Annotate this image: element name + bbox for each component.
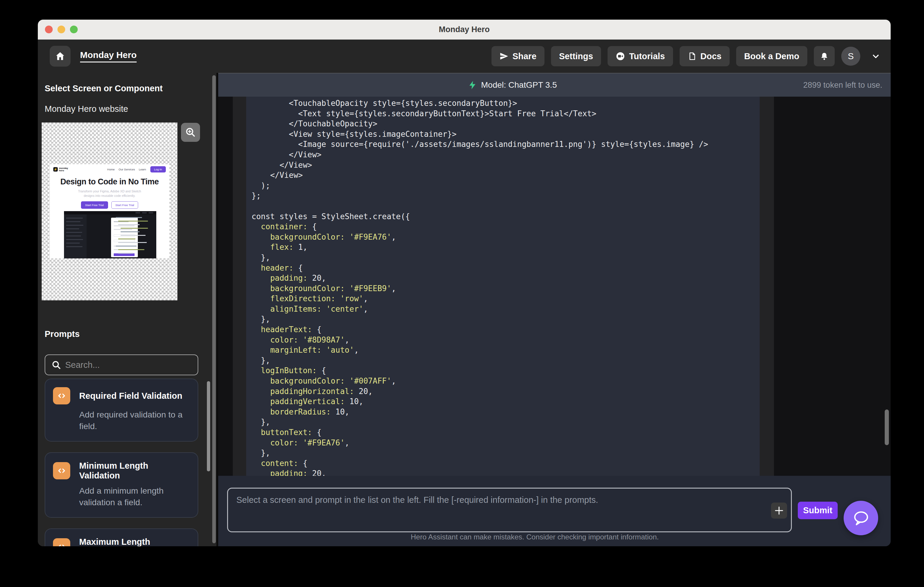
model-label: Model: ChatGPT 3.5 [481,80,557,90]
screen-thumbnail[interactable]: ⚡ monday hero Home Our Services Learn Lo… [42,123,177,300]
thumbnail-secondary-button: Start Free Trial [111,201,139,209]
thumbnail-primary-button: Start Free Trial [81,201,108,209]
code-line: color: '#8D98A7', [252,335,708,345]
chat-assistant-button[interactable] [844,501,878,535]
prompt-search[interactable] [45,354,198,375]
code-line: logInButton: { [252,365,708,376]
generated-code: <TouchableOpacity style={styles.secondar… [252,98,708,476]
home-button[interactable] [50,46,71,67]
code-line: borderRadius: 10, [252,407,708,417]
thumbnail-headline: Design to Code in No Time [50,177,169,186]
prompt-card[interactable]: Maximum Length ValidationAdd a maximum l… [45,528,198,546]
code-line: paddingVertical: 10, [252,396,708,407]
selected-screen-name: Monday Hero website [45,104,128,114]
token-counter: 2899 token left to use. [803,74,882,97]
prompt-card[interactable]: Minimum Length ValidationAdd a minimum l… [45,452,198,518]
nav-actions: Share Settings Tutorials Docs Book a Dem… [492,46,881,66]
code-line: }, [252,355,708,366]
code-line: }, [252,448,708,458]
disclaimer-text: Hero Assistant can make mistakes. Consid… [218,533,851,541]
code-icon [53,462,70,479]
code-line: <Text style={styles.secondaryButtonText}… [252,109,708,119]
code-line: }, [252,314,708,324]
chat-bubble-icon [851,509,870,527]
code-line: </View> [252,170,708,181]
submit-button[interactable]: Submit [798,501,838,519]
prompt-card-description: Add required validation to a field. [79,409,190,432]
code-line: }; [252,191,708,201]
prompt-card-title: Required Field Validation [79,391,182,401]
brand-link[interactable]: Monday Hero [80,50,137,62]
top-nav: Monday Hero Share Settings Tutorials Doc… [38,39,891,73]
code-line: <TouchableOpacity style={styles.secondar… [252,98,708,109]
code-line: backgroundColor: '#F9EEB9', [252,283,708,294]
notifications-button[interactable] [814,46,835,66]
code-line: padding: 20, [252,273,708,283]
prompt-card-description: Add a minimum length validation a field. [79,485,190,508]
code-line: }, [252,417,708,428]
doc-icon [688,52,696,61]
bolt-icon: ⚡ [53,167,58,172]
code-line: <View style={styles.imageContainer}> [252,129,708,140]
code-line: </View> [252,160,708,170]
prompt-input[interactable] [227,488,792,532]
code-line: ); [252,181,708,191]
thumbnail-website-preview: ⚡ monday hero Home Our Services Learn Lo… [50,164,169,258]
thumbnail-login-button: Log In [150,166,166,173]
composer: Submit Hero Assistant can make mistakes.… [218,476,891,546]
docs-button[interactable]: Docs [680,46,729,66]
code-line: container: { [252,222,708,232]
code-line: backgroundColor: '#F9EA76', [252,232,708,242]
code-line: content: { [252,458,708,469]
code-line: paddingHorizontal: 20, [252,386,708,397]
code-icon [53,387,70,404]
avatar[interactable]: S [841,47,860,66]
code-line: flex: 1, [252,242,708,252]
code-region: <TouchableOpacity style={styles.secondar… [218,97,891,476]
thumbnail-subtext: Transform your Figma, Adobe XD and Sketc… [50,189,169,198]
share-button[interactable]: Share [492,46,544,66]
code-icon [53,538,70,546]
tutorials-button[interactable]: Tutorials [607,46,673,66]
window-title: Monday Hero [38,20,891,39]
prompt-card-title: Minimum Length Validation [79,461,190,480]
prompt-card[interactable]: Required Field ValidationAdd required va… [45,378,198,442]
thumbnail-logo: ⚡ monday hero [53,167,71,172]
code-line: </TouchableOpacity> [252,118,708,129]
thumbnail-zoom-button[interactable] [181,123,200,142]
send-icon [500,52,508,61]
sidebar-scrollbar[interactable] [212,75,216,543]
thumbnail-nav-link: Home [107,168,115,171]
prompts-heading: Prompts [45,329,80,339]
thumbnail-app-preview [64,211,156,258]
chevron-down-icon [871,51,881,61]
home-icon [55,51,66,62]
code-line: flexDirection: 'row', [252,294,708,304]
prompt-list-scrollbar[interactable] [207,381,210,471]
settings-button[interactable]: Settings [551,46,601,66]
code-line: header: { [252,263,708,273]
sidebar: Select Screen or Component Monday Hero w… [38,73,216,546]
prompt-card-title: Maximum Length Validation [79,537,190,546]
video-icon [615,51,625,61]
search-icon [51,360,61,370]
search-input[interactable] [65,360,198,370]
magnifier-plus-icon [185,127,196,138]
account-menu-button[interactable] [871,51,881,61]
code-line: padding: 20, [252,469,708,476]
code-line: backgroundColor: '#007AFF', [252,376,708,386]
code-line: color: '#F9EA76', [252,438,708,448]
sidebar-heading: Select Screen or Component [45,84,163,94]
thumbnail-nav-link: Learn [139,168,146,171]
book-demo-button[interactable]: Book a Demo [736,46,807,66]
code-line: buttonText: { [252,428,708,438]
bolt-icon [468,80,477,90]
main-scrollbar[interactable] [885,409,889,445]
thumbnail-nav-link: Our Services [119,168,135,171]
code-line: const styles = StyleSheet.create({ [252,211,708,222]
app-window: Monday Hero Monday Hero Share Settings T… [38,20,891,546]
code-line: }, [252,252,708,263]
attach-button[interactable] [771,503,787,519]
bell-icon [820,51,829,61]
prompt-list: Required Field ValidationAdd required va… [45,378,198,546]
